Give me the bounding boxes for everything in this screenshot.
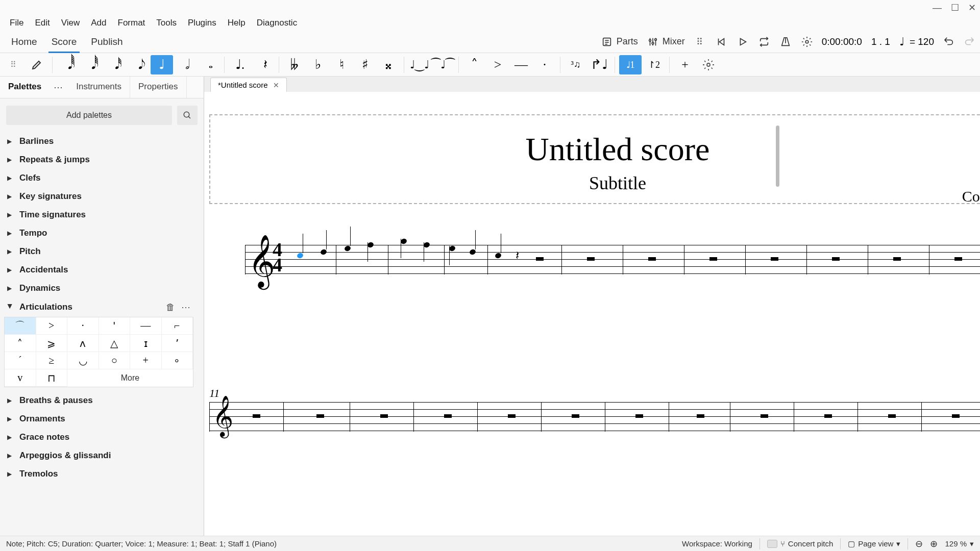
staff-system-1[interactable]: 𝄞 44	[245, 245, 980, 274]
menu-edit[interactable]: Edit	[29, 16, 55, 30]
note-8th-icon[interactable]: 𝅘𝅥𝅮	[127, 55, 150, 74]
drag-handle-icon[interactable]: ⠿	[2, 55, 24, 74]
whole-rest[interactable]	[587, 257, 595, 261]
natural-icon[interactable]: ♮	[330, 55, 353, 74]
artic-downbow[interactable]: ⊓	[36, 369, 68, 387]
artic-open[interactable]: ○	[99, 352, 131, 369]
artic-marcato[interactable]: ˄	[5, 335, 36, 352]
artic-staccatissimo[interactable]: ꞌ	[99, 317, 131, 335]
parts-button[interactable]: Parts	[601, 36, 638, 47]
note[interactable]	[344, 245, 352, 252]
zoom-in-icon[interactable]: ⊕	[930, 538, 938, 549]
artic-fermata[interactable]: ⌒	[5, 317, 36, 335]
staff-system-2[interactable]: 11 𝄞	[209, 402, 980, 432]
edit-mode-icon[interactable]	[26, 55, 48, 74]
menu-add[interactable]: Add	[85, 16, 112, 30]
sidebar-scrollbar[interactable]	[776, 126, 779, 187]
score-canvas[interactable]: Untitled score Subtitle Composer / arra …	[204, 92, 980, 536]
palette-keysig[interactable]: ▶Key signatures	[0, 187, 198, 206]
menu-format[interactable]: Format	[112, 16, 151, 30]
search-palettes-button[interactable]	[177, 106, 198, 125]
artic-accent[interactable]: >	[36, 317, 68, 335]
staccato-icon[interactable]: ·	[533, 55, 556, 74]
menu-plugins[interactable]: Plugins	[182, 16, 222, 30]
sidebar-tab-instruments[interactable]: Instruments	[68, 77, 130, 98]
palette-accidentals[interactable]: ▶Accidentals	[0, 261, 198, 279]
sidebar-tab-properties[interactable]: Properties	[130, 77, 186, 98]
palette-articulations[interactable]: ▶Articulations 🗑 ⋯	[0, 297, 198, 317]
palette-breaths[interactable]: ▶Breaths & pauses	[0, 391, 198, 410]
tab-score[interactable]: Score	[44, 31, 84, 53]
double-sharp-icon[interactable]: 𝄪	[377, 55, 400, 74]
rest-icon[interactable]: 𝄽	[252, 55, 275, 74]
artic-upbow[interactable]: v	[5, 369, 36, 387]
tab-publish[interactable]: Publish	[84, 31, 130, 53]
accent-icon[interactable]: >	[486, 55, 509, 74]
artic-more-button[interactable]: More	[67, 369, 193, 387]
menu-diagnostic[interactable]: Diagnostic	[251, 16, 303, 30]
metronome-icon[interactable]	[780, 36, 791, 47]
document-tab[interactable]: *Untitled score ✕	[210, 78, 287, 92]
rewind-icon[interactable]	[716, 36, 727, 47]
note-half-icon[interactable]: 𝅗𝅥	[174, 55, 197, 74]
minimize-icon[interactable]: —	[933, 3, 942, 13]
trash-icon[interactable]: 🗑	[166, 302, 175, 313]
artic-slash[interactable]: ´	[5, 352, 36, 369]
tenuto-icon[interactable]: —	[510, 55, 532, 74]
palette-repeats[interactable]: ▶Repeats & jumps	[0, 151, 198, 169]
artic-accent-tenuto[interactable]: ⩾	[36, 335, 68, 352]
dot-icon[interactable]: ♩.	[229, 55, 251, 74]
play-icon[interactable]	[737, 36, 748, 47]
mixer-button[interactable]: Mixer	[647, 36, 685, 47]
sharp-icon[interactable]: ♯	[354, 55, 376, 74]
note[interactable]	[469, 248, 477, 256]
add-icon[interactable]: +	[674, 55, 696, 74]
palette-ornaments[interactable]: ▶Ornaments	[0, 410, 198, 428]
add-palettes-button[interactable]: Add palettes	[6, 106, 172, 125]
artic-louré[interactable]: ⌐	[162, 317, 193, 335]
artic-marcato2[interactable]: ʌ	[67, 335, 99, 352]
artic-tenuto[interactable]: —	[130, 317, 162, 335]
palette-arpeggios[interactable]: ▶Arpeggios & glissandi	[0, 446, 198, 465]
artic-accent-under[interactable]: ≥	[36, 352, 68, 369]
time-signature[interactable]: 44	[273, 242, 282, 272]
score-subtitle[interactable]: Subtitle	[210, 172, 980, 194]
menu-view[interactable]: View	[56, 16, 86, 30]
note-selected[interactable]	[297, 252, 304, 259]
double-flat-icon[interactable]: 𝄫	[283, 55, 306, 74]
title-frame[interactable]: Untitled score Subtitle Composer / arra	[209, 114, 980, 204]
slur-icon[interactable]: ⁀♩⁀	[432, 55, 454, 74]
artic-stroke[interactable]: ɪ	[130, 335, 162, 352]
note-quarter-icon[interactable]: ♩	[151, 55, 173, 74]
palette-grace[interactable]: ▶Grace notes	[0, 428, 198, 446]
close-tab-icon[interactable]: ✕	[273, 81, 279, 89]
palette-tremolos[interactable]: ▶Tremolos	[0, 465, 198, 483]
flat-icon[interactable]: ♭	[307, 55, 329, 74]
palette-clefs[interactable]: ▶Clefs	[0, 169, 198, 187]
concert-pitch-toggle[interactable]: ⑂ Concert pitch	[767, 539, 833, 548]
flip-stem-icon[interactable]: ↱♩	[588, 55, 610, 74]
undo-icon[interactable]	[943, 36, 954, 47]
settings-icon[interactable]	[801, 36, 813, 47]
marcato-icon[interactable]: ˄	[463, 55, 485, 74]
palette-barlines[interactable]: ▶Barlines	[0, 132, 198, 151]
note-64th-icon[interactable]: 𝅘𝅥𝅲	[57, 55, 79, 74]
voice-1-icon[interactable]: ♩1	[619, 55, 642, 74]
note-whole-icon[interactable]: 𝅝	[198, 55, 220, 74]
artic-breve[interactable]: ◡	[67, 352, 99, 369]
sidebar-tab-palettes[interactable]: Palettes	[0, 77, 50, 98]
zoom-out-icon[interactable]: ⊖	[915, 538, 923, 549]
note[interactable]	[320, 248, 328, 256]
tab-home[interactable]: Home	[4, 31, 44, 53]
palette-timesig[interactable]: ▶Time signatures	[0, 206, 198, 224]
menu-tools[interactable]: Tools	[151, 16, 182, 30]
close-icon[interactable]: ✕	[968, 2, 976, 13]
tuplet-icon[interactable]: ³♫	[565, 55, 587, 74]
menu-file[interactable]: File	[4, 16, 29, 30]
note-16th-icon[interactable]: 𝅘𝅥𝅰	[104, 55, 126, 74]
palettes-more-icon[interactable]: ⋯	[50, 77, 68, 98]
more-icon[interactable]: ⋯	[181, 302, 190, 313]
voice-2-icon[interactable]: ↾2	[643, 55, 665, 74]
artic-staccato[interactable]: ·	[67, 317, 99, 335]
rest[interactable]	[536, 257, 544, 261]
